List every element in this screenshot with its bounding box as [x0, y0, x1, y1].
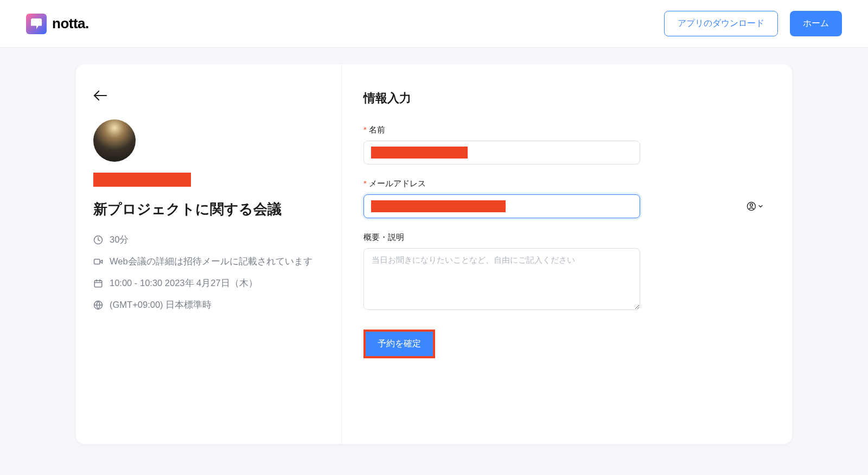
submit-highlight: 予約を確定	[363, 330, 435, 358]
duration-text: 30分	[110, 234, 129, 246]
brand-name: notta.	[52, 15, 89, 32]
meta-datetime: 10:00 - 10:30 2023年 4月27日（木）	[93, 277, 324, 289]
web-meeting-text: Web会議の詳細は招待メールに記載されています	[110, 256, 312, 268]
description-textarea[interactable]	[363, 248, 640, 310]
chevron-down-icon	[757, 203, 764, 210]
host-name-redacted	[93, 173, 191, 187]
field-name: *名前	[363, 125, 770, 164]
brand-logo-icon	[26, 14, 47, 34]
timezone-text: (GMT+09:00) 日本標準時	[110, 299, 212, 311]
user-circle-icon	[746, 201, 756, 211]
clock-icon	[93, 235, 103, 245]
form-heading: 情報入力	[363, 90, 770, 106]
datetime-text: 10:00 - 10:30 2023年 4月27日（木）	[110, 277, 258, 289]
meta-timezone: (GMT+09:00) 日本標準時	[93, 299, 324, 311]
name-value-redacted	[371, 147, 468, 159]
calendar-icon	[93, 278, 103, 288]
arrow-left-icon	[93, 90, 107, 101]
download-app-button[interactable]: アプリのダウンロード	[664, 11, 778, 36]
svg-point-11	[750, 204, 753, 206]
meta-web-meeting: Web会議の詳細は招待メールに記載されています	[93, 256, 324, 268]
confirm-booking-button[interactable]: 予約を確定	[366, 332, 433, 356]
booking-card: 新プロジェクトに関する会議 30分 Web会議の詳細は招待メールに記載されていま…	[76, 64, 792, 444]
svg-rect-2	[94, 259, 100, 264]
event-info-pane: 新プロジェクトに関する会議 30分 Web会議の詳細は招待メールに記載されていま…	[76, 64, 342, 444]
field-email: *メールアドレス	[363, 179, 770, 218]
video-icon	[93, 257, 103, 267]
top-header: notta. アプリのダウンロード ホーム	[0, 0, 868, 48]
email-value-redacted	[371, 200, 506, 212]
description-label: 概要・説明	[363, 232, 770, 243]
brand-logo[interactable]: notta.	[26, 14, 89, 34]
email-input-wrap	[363, 194, 770, 218]
form-pane: 情報入力 *名前 *メールアドレス	[342, 64, 792, 444]
name-input-wrap	[363, 141, 770, 164]
field-description: 概要・説明	[363, 232, 770, 312]
meeting-title: 新プロジェクトに関する会議	[93, 200, 324, 219]
meta-duration: 30分	[93, 234, 324, 246]
globe-icon	[93, 300, 103, 310]
host-avatar	[93, 119, 136, 162]
header-actions: アプリのダウンロード ホーム	[664, 11, 842, 36]
home-button[interactable]: ホーム	[790, 11, 842, 36]
email-label: *メールアドレス	[363, 179, 770, 189]
svg-rect-4	[94, 281, 102, 287]
back-button[interactable]	[93, 90, 324, 103]
name-label: *名前	[363, 125, 770, 135]
contacts-dropdown-button[interactable]	[746, 201, 764, 211]
